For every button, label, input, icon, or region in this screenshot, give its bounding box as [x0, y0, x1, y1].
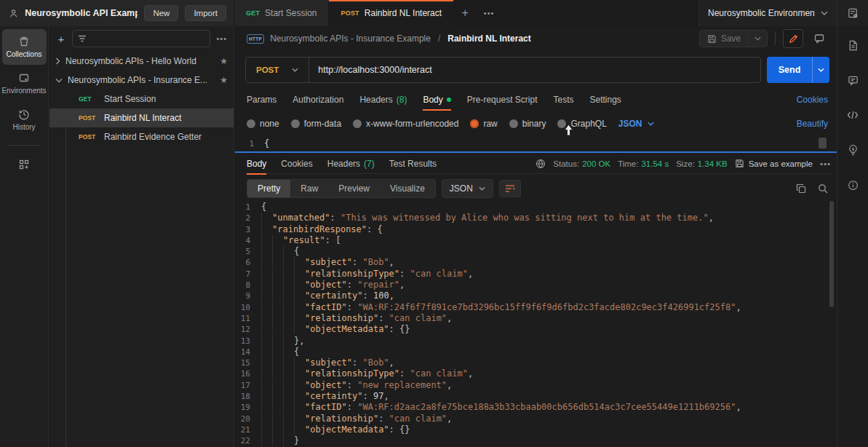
mode-form-data[interactable]: form-data: [291, 119, 341, 129]
response-tab-body[interactable]: Body: [247, 154, 266, 173]
time-value[interactable]: 31.54 s: [641, 159, 669, 168]
request-tab-rainbird-nl-interact[interactable]: POST Rainbird NL Interact: [329, 0, 454, 26]
workspace-title[interactable]: Neurosymbolic API Examples: [25, 8, 138, 18]
sidebar-item-environments[interactable]: Environments: [2, 66, 47, 101]
tab-label: Settings: [590, 95, 621, 105]
wrap-lines-button[interactable]: [499, 180, 521, 197]
chevron-right-icon: [55, 58, 60, 65]
request-rainbird-evidence-getter[interactable]: POST Rainbird Evidence Getter: [49, 127, 234, 146]
sidebar-search-input[interactable]: [72, 30, 210, 47]
line-number: 3: [235, 224, 261, 235]
view-preview[interactable]: Preview: [328, 180, 380, 197]
pane-splitter[interactable]: [235, 151, 837, 153]
request-header: HTTP Neurosymbolic APIs - Insurance Exam…: [235, 26, 837, 51]
line-content: "unmatched": "This was witnessed by Alic…: [261, 213, 714, 224]
tab-label: Headers: [327, 159, 360, 169]
info-button[interactable]: [844, 176, 861, 194]
code-line: 11"relationship": "can claim",: [235, 313, 827, 324]
sidebar-item-history[interactable]: History: [2, 102, 47, 138]
star-icon[interactable]: ★: [220, 75, 228, 85]
tab-params[interactable]: Params: [247, 90, 276, 109]
line-content: {: [261, 202, 266, 213]
code-line: 22}: [235, 435, 827, 446]
mode-none[interactable]: none: [247, 119, 279, 129]
breadcrumb-collection[interactable]: Neurosymbolic APIs - Insurance Example: [270, 33, 431, 44]
save-options-button[interactable]: [748, 33, 767, 44]
view-pretty[interactable]: Pretty: [247, 180, 290, 197]
new-tab-button[interactable]: +: [454, 0, 476, 26]
documentation-button[interactable]: [844, 36, 861, 54]
request-start-session[interactable]: GET Start Session: [49, 90, 234, 108]
response-tab-headers[interactable]: Headers(7): [327, 154, 375, 173]
environment-name: Neurosymbolic Environment: [708, 8, 815, 18]
import-button[interactable]: Import: [185, 5, 226, 21]
code-line: 20"relationship": "can claim",: [235, 414, 827, 424]
edit-request-button[interactable]: [783, 29, 803, 48]
tab-label: Authorization: [292, 95, 343, 105]
response-body-code[interactable]: 1{2"unmatched": "This was witnessed by A…: [235, 199, 827, 447]
search-icon[interactable]: [818, 183, 828, 194]
size-value[interactable]: 1.34 KB: [698, 159, 728, 168]
response-language-select[interactable]: JSON: [442, 179, 493, 198]
save-as-example-button[interactable]: Save as example: [735, 159, 813, 168]
environment-quick-look-button[interactable]: [837, 0, 868, 26]
code-line: 6"subject": "Bob",: [235, 257, 827, 268]
status-value[interactable]: 200 OK: [582, 159, 610, 168]
code-line: 18"certainty": 97,: [235, 391, 827, 402]
star-icon[interactable]: ★: [220, 56, 228, 66]
tab-pre-request-script[interactable]: Pre-request Script: [467, 90, 538, 109]
response-tab-cookies[interactable]: Cookies: [281, 154, 312, 173]
tab-body[interactable]: Body: [423, 90, 450, 109]
collection-insurance-example[interactable]: Neurosymbolic APIs - Insurance E... ★: [49, 71, 234, 90]
view-visualize[interactable]: Visualize: [380, 180, 435, 197]
mode-binary[interactable]: binary: [509, 119, 546, 129]
beautify-link[interactable]: Beautify: [797, 119, 828, 129]
copy-icon[interactable]: [796, 183, 806, 194]
code-icon: [847, 111, 859, 119]
line-number: 18: [235, 391, 261, 402]
url-input[interactable]: http://localhost:3000/interact: [309, 65, 440, 75]
view-raw[interactable]: Raw: [290, 180, 328, 197]
method-select[interactable]: POST: [246, 58, 309, 82]
environment-selector[interactable]: Neurosymbolic Environment: [698, 0, 837, 26]
line-content: "result": [: [261, 235, 341, 246]
response-more-button[interactable]: •••: [820, 159, 831, 168]
mode-x-www-form-urlencoded[interactable]: x-www-form-urlencoded: [353, 119, 458, 129]
cookies-link[interactable]: Cookies: [797, 95, 828, 105]
send-options-button[interactable]: [812, 57, 829, 83]
http-badge-icon: HTTP: [247, 34, 264, 44]
comments-button[interactable]: [809, 29, 829, 48]
tab-authorization[interactable]: Authorization: [292, 90, 343, 109]
response-scrollbar[interactable]: [829, 201, 834, 307]
mode-raw[interactable]: raw: [470, 119, 497, 129]
sidebar-item-collections[interactable]: Collections: [2, 29, 47, 65]
editor-scrollbar[interactable]: [819, 138, 827, 149]
tab-headers[interactable]: Headers(8): [359, 90, 407, 109]
code-snippet-button[interactable]: [844, 106, 861, 124]
postman-app: Neurosymbolic API Examples New Import GE…: [0, 0, 868, 447]
collection-hello-world[interactable]: Neurosymbolic APIs - Hello World ★: [49, 52, 234, 71]
tab-tests[interactable]: Tests: [553, 90, 573, 109]
tab-settings[interactable]: Settings: [590, 90, 621, 109]
pocket-button[interactable]: [844, 141, 861, 159]
send-button[interactable]: Send: [767, 57, 812, 83]
save-button[interactable]: Save: [700, 31, 748, 47]
sidebar-more-button[interactable]: •••: [216, 34, 227, 43]
comments-rail-button[interactable]: [844, 71, 861, 89]
main-pane: HTTP Neurosymbolic APIs - Insurance Exam…: [235, 26, 837, 447]
mode-label: x-www-form-urlencoded: [366, 119, 458, 129]
network-globe-icon[interactable]: [535, 159, 546, 169]
language-value: JSON: [450, 183, 473, 194]
editor-line-number: 1: [239, 139, 264, 149]
add-collection-button[interactable]: +: [56, 33, 66, 45]
code-line: 12"objectMetadata": {}: [235, 324, 827, 335]
configure-views-button[interactable]: [2, 152, 47, 177]
request-rainbird-nl-interact[interactable]: POST Rainbird NL Interact: [49, 108, 234, 127]
request-body-editor[interactable]: 1 {: [239, 135, 829, 151]
body-language-select[interactable]: JSON: [618, 119, 654, 129]
response-tab-test-results[interactable]: Test Results: [389, 154, 437, 173]
request-tab-start-session[interactable]: GET Start Session: [234, 0, 329, 26]
new-button[interactable]: New: [144, 5, 178, 21]
breadcrumb-request-name[interactable]: Rainbird NL Interact: [447, 33, 530, 44]
tab-options-button[interactable]: •••: [476, 0, 502, 26]
